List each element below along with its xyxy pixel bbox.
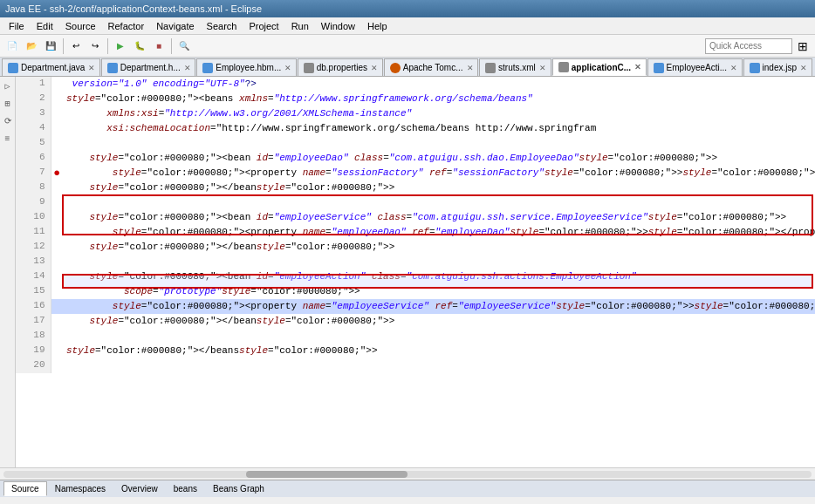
tab-label-db-props: db.properties <box>317 63 367 72</box>
toolbar-undo[interactable]: ↩ <box>67 37 85 55</box>
quick-access-input[interactable] <box>705 38 792 54</box>
tab-app-context[interactable]: applicationC... ✕ <box>552 58 647 76</box>
table-row: 4 xsi:schemaLocation="http://www.springf… <box>16 121 815 136</box>
line-number: 1 <box>16 77 51 92</box>
sidebar-bookmark-icon[interactable]: ⊞ <box>2 98 14 110</box>
menu-help[interactable]: Help <box>362 19 393 33</box>
tab-close-dept-java[interactable]: ✕ <box>88 64 95 72</box>
bottom-tab-beans-graph[interactable]: Beans Graph <box>205 481 272 496</box>
table-row: 16 style="color:#000080;"><property name… <box>16 299 815 314</box>
horizontal-scroll-thumb[interactable] <box>246 471 408 478</box>
line-marker <box>51 106 63 121</box>
line-marker <box>51 329 63 344</box>
code-content[interactable]: style="color:#000080;"></beanstyle="colo… <box>63 314 815 329</box>
code-content[interactable]: style="color:#000080;"><property name="e… <box>63 225 815 240</box>
code-editor[interactable]: 1 version="1.0" encoding="UTF-8"?>2style… <box>16 77 815 467</box>
code-content[interactable]: style="color:#000080;"></beanstyle="colo… <box>63 240 815 255</box>
code-content[interactable] <box>63 329 815 344</box>
tab-apache[interactable]: Apache Tomc... ✕ <box>384 58 478 76</box>
tab-emp-acti[interactable]: EmployeeActi... ✕ <box>647 58 743 76</box>
line-marker: ● <box>51 166 63 180</box>
toolbar-run[interactable]: ▶ <box>112 37 129 55</box>
code-content[interactable]: xsi:schemaLocation="http://www.springfra… <box>63 121 815 136</box>
code-table: 1 version="1.0" encoding="UTF-8"?>2style… <box>16 77 815 373</box>
toolbar-debug[interactable]: 🐛 <box>131 37 148 55</box>
tab-close-emp-hbm[interactable]: ✕ <box>284 64 291 72</box>
toolbar-open[interactable]: 📂 <box>23 37 40 55</box>
tab-close-index-jsp[interactable]: ✕ <box>800 64 807 72</box>
line-marker <box>51 92 63 106</box>
bottom-tab-source[interactable]: Source <box>3 481 47 496</box>
tab-emp-hbm[interactable]: Employee.hbm... ✕ <box>196 58 296 76</box>
tab-icon-app-context <box>558 62 569 72</box>
bottom-tab-namespaces[interactable]: Namespaces <box>47 481 113 496</box>
tab-close-apache[interactable]: ✕ <box>467 64 474 72</box>
sidebar-arrow-icon[interactable]: ▷ <box>2 80 14 92</box>
line-marker <box>51 77 63 92</box>
tab-close-db-props[interactable]: ✕ <box>371 64 378 72</box>
tab-close-app-context[interactable]: ✕ <box>634 63 641 72</box>
line-marker <box>51 255 63 269</box>
line-marker <box>51 314 63 329</box>
table-row: 5 <box>16 136 815 151</box>
line-number: 7 <box>16 166 51 180</box>
bottom-tab-beans[interactable]: beans <box>166 481 205 496</box>
sidebar-sync-icon[interactable]: ⟳ <box>2 115 14 127</box>
menu-search[interactable]: Search <box>202 19 243 33</box>
toolbar-save[interactable]: 💾 <box>42 37 59 55</box>
toolbar-redo[interactable]: ↪ <box>86 37 104 55</box>
code-content[interactable] <box>63 136 815 151</box>
toolbar-search-btn[interactable]: 🔍 <box>175 37 193 55</box>
line-marker <box>51 358 63 373</box>
code-content[interactable]: scope="prototype"style="color:#000080;">… <box>63 284 815 299</box>
code-content[interactable]: xmlns:xsi="http://www.w3.org/2001/XMLSch… <box>63 106 815 121</box>
horizontal-scrollbar[interactable] <box>3 471 812 478</box>
tab-struts[interactable]: struts.xml ✕ <box>479 58 551 76</box>
code-content[interactable]: style="color:#000080;"><property name="s… <box>63 166 815 180</box>
code-content[interactable]: style="color:#000080;"><bean id="employe… <box>63 269 815 284</box>
line-marker <box>51 180 63 195</box>
menu-file[interactable]: File <box>3 19 30 33</box>
menu-project[interactable]: Project <box>243 19 284 33</box>
code-content[interactable]: version="1.0" encoding="UTF-8"?> <box>63 77 815 92</box>
code-content[interactable]: style="color:#000080;"></beansstyle="col… <box>63 344 815 358</box>
code-content[interactable] <box>63 195 815 210</box>
tab-close-emp-acti[interactable]: ✕ <box>730 64 737 72</box>
bottom-tab-overview[interactable]: Overview <box>113 481 166 496</box>
menu-refactor[interactable]: Refactor <box>103 19 150 33</box>
code-content[interactable]: style="color:#000080;"><beans xmlns="htt… <box>63 92 815 106</box>
sidebar-task-icon[interactable]: ≡ <box>2 133 14 145</box>
tab-close-struts[interactable]: ✕ <box>539 64 546 72</box>
menu-source[interactable]: Source <box>60 19 101 33</box>
menu-window[interactable]: Window <box>316 19 360 33</box>
menu-edit[interactable]: Edit <box>31 19 58 33</box>
toolbar-perspective[interactable]: ⊞ <box>794 37 812 55</box>
code-content[interactable] <box>63 358 815 373</box>
line-number: 3 <box>16 106 51 121</box>
line-number: 13 <box>16 255 51 269</box>
tab-icon-emp-hbm <box>202 63 213 73</box>
line-marker <box>51 299 63 314</box>
tab-dept-java[interactable]: Department.java ✕ <box>2 58 100 76</box>
table-row: 2style="color:#000080;"><beans xmlns="ht… <box>16 92 815 106</box>
code-content[interactable]: style="color:#000080;"><bean id="employe… <box>63 151 815 166</box>
toolbar-stop[interactable]: ■ <box>150 37 168 55</box>
menu-navigate[interactable]: Navigate <box>151 19 199 33</box>
code-content[interactable] <box>63 255 815 269</box>
line-marker <box>51 136 63 151</box>
tab-index-jsp[interactable]: index.jsp ✕ <box>743 58 812 76</box>
code-content[interactable]: style="color:#000080;"></beanstyle="colo… <box>63 180 815 195</box>
tab-db-props[interactable]: db.properties ✕ <box>298 58 383 76</box>
code-content[interactable]: style="color:#000080;"><bean id="employe… <box>63 210 815 225</box>
tab-icon-emp-acti <box>654 63 664 73</box>
tab-dept-h[interactable]: Department.h... ✕ <box>101 58 195 76</box>
line-marker <box>51 195 63 210</box>
line-number: 10 <box>16 210 51 225</box>
tab-bar: Department.java ✕ Department.h... ✕ Empl… <box>0 58 815 77</box>
tab-close-dept-h[interactable]: ✕ <box>184 64 191 72</box>
code-content[interactable]: style="color:#000080;"><property name="e… <box>63 299 815 314</box>
table-row: 19style="color:#000080;"></beansstyle="c… <box>16 344 815 358</box>
menu-run[interactable]: Run <box>286 19 314 33</box>
toolbar-new[interactable]: 📄 <box>3 37 21 55</box>
table-row: 3 xmlns:xsi="http://www.w3.org/2001/XMLS… <box>16 106 815 121</box>
